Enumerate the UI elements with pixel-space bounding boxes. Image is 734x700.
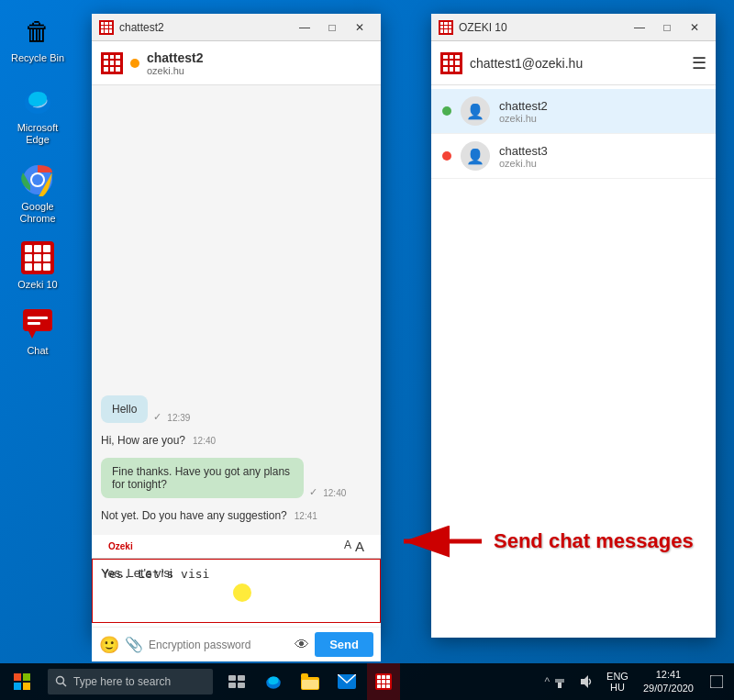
message-row: Hi, How are you? 12:40	[101, 430, 372, 450]
msg-check-icon: ✓	[153, 411, 161, 423]
ozeki10-window-title: OZEKI 10	[459, 21, 620, 34]
eye-icon[interactable]: 👁	[295, 637, 309, 653]
ozeki10-maximize[interactable]: □	[653, 14, 681, 41]
svg-rect-14	[23, 309, 52, 331]
svg-rect-7	[43, 245, 50, 252]
ozeki10-win-icon	[439, 20, 453, 35]
recycle-bin-icon[interactable]: 🗑 Recycle Bin	[6, 9, 70, 68]
svg-rect-8	[25, 254, 32, 261]
contact-item[interactable]: 👤 chattest3 ozeki.hu	[431, 134, 716, 179]
svg-rect-45	[558, 683, 562, 688]
desktop: 🗑 Recycle Bin Microsoft Edge	[0, 0, 734, 700]
start-button[interactable]	[0, 663, 44, 700]
ozeki10-titlebar: OZEKI 10 — □ ✕	[431, 14, 716, 41]
explorer-taskbar-icon[interactable]	[294, 663, 327, 700]
minimize-button[interactable]: —	[291, 14, 318, 41]
message-row: Fine thanks. Have you got any plans for …	[101, 458, 372, 498]
message-text: Hi, How are you?	[101, 430, 185, 450]
taskbar-tray: ^ ENG HU	[544, 663, 734, 700]
chat-label: Chat	[27, 345, 48, 357]
taskbar-search[interactable]: Type here to search	[48, 669, 213, 694]
chrome-label: Google Chrome	[9, 201, 66, 225]
task-view-button[interactable]	[220, 663, 253, 700]
svg-rect-44	[386, 684, 390, 688]
notification-button[interactable]	[703, 663, 730, 700]
contact-avatar: 👤	[461, 141, 490, 171]
maximize-button[interactable]: □	[318, 14, 346, 41]
svg-rect-22	[14, 683, 21, 690]
svg-rect-17	[28, 322, 40, 325]
svg-rect-48	[710, 675, 723, 688]
svg-rect-21	[23, 673, 30, 681]
mail-taskbar-icon[interactable]	[330, 663, 363, 700]
chrome-icon-desktop[interactable]: Google Chrome	[6, 158, 70, 228]
contact-sub: ozeki.hu	[499, 113, 705, 124]
svg-marker-15	[28, 331, 36, 339]
taskbar-clock[interactable]: 12:41 29/07/2020	[638, 668, 699, 696]
desktop-icons: 🗑 Recycle Bin Microsoft Edge	[6, 9, 70, 361]
chat-titlebar: chattest2 — □ ✕	[92, 14, 381, 41]
svg-rect-39	[377, 680, 381, 683]
contact-item[interactable]: 👤 chattest2 ozeki.hu	[431, 89, 716, 134]
edge-taskbar-icon[interactable]	[257, 663, 290, 700]
hamburger-menu-button[interactable]: ☰	[692, 53, 706, 73]
chat-app-header: chattest2 ozeki.hu	[92, 41, 381, 85]
svg-rect-29	[238, 683, 245, 688]
chat-contact-name: chattest2	[147, 50, 372, 65]
recycle-bin-label: Recycle Bin	[11, 52, 64, 64]
svg-rect-11	[25, 263, 32, 271]
emoji-button[interactable]: 🙂	[99, 635, 119, 655]
search-placeholder: Type here to search	[73, 675, 171, 688]
svg-rect-27	[238, 675, 245, 681]
message-bubble-sent: Fine thanks. Have you got any plans for …	[101, 458, 304, 498]
svg-rect-20	[14, 673, 21, 681]
network-icon[interactable]	[551, 663, 573, 700]
ozeki-taskbar-icon[interactable]	[367, 663, 400, 700]
ozeki-grid-icon	[101, 52, 123, 74]
svg-rect-6	[34, 245, 41, 252]
svg-rect-41	[386, 680, 390, 683]
red-arrow-icon	[395, 523, 486, 560]
contact-name: chattest3	[499, 144, 705, 158]
ozeki10-win-controls: — □ ✕	[626, 14, 708, 41]
svg-rect-33	[302, 680, 318, 689]
msg-time: 12:40	[193, 436, 216, 446]
chat-icon-desktop[interactable]: Chat	[6, 302, 70, 361]
svg-line-25	[63, 683, 67, 687]
ozeki10-close[interactable]: ✕	[681, 14, 708, 41]
contact-name: chattest2	[499, 99, 705, 113]
contact-list: 👤 chattest2 ozeki.hu 👤 chattest3 ozeki.h…	[431, 85, 716, 183]
svg-rect-32	[301, 673, 308, 679]
svg-marker-47	[581, 675, 588, 688]
attach-button[interactable]: 📎	[125, 636, 143, 653]
svg-rect-38	[386, 675, 390, 679]
ozeki10-app-header: chattest1@ozeki.hu ☰	[431, 41, 716, 85]
edge-icon-desktop[interactable]: Microsoft Edge	[6, 79, 70, 150]
message-input[interactable]	[92, 559, 381, 623]
message-row: Hello ✓ 12:39	[101, 395, 372, 423]
font-large[interactable]: A	[355, 539, 364, 554]
chat-contact-sub: ozeki.hu	[147, 65, 372, 76]
encryption-password-input[interactable]	[149, 639, 289, 651]
msg-time: 12:40	[323, 488, 346, 498]
send-button[interactable]: Send	[315, 632, 373, 657]
taskbar: Type here to search	[0, 663, 734, 700]
lang-display[interactable]: ENG HU	[601, 671, 634, 693]
font-small[interactable]: A	[344, 539, 351, 554]
close-button[interactable]: ✕	[346, 14, 373, 41]
svg-rect-28	[228, 683, 236, 688]
online-dot	[442, 106, 451, 116]
message-row: Not yet. Do you have any suggestion? 12:…	[101, 506, 372, 526]
ozeki10-icon-desktop[interactable]: Ozeki 10	[6, 236, 70, 294]
svg-rect-12	[34, 263, 41, 271]
ozeki10-header-title: chattest1@ozeki.hu	[470, 56, 684, 71]
volume-icon[interactable]	[575, 663, 597, 700]
ozeki10-minimize[interactable]: —	[626, 14, 653, 41]
contact-avatar: 👤	[461, 96, 490, 126]
message-text: Hello	[112, 403, 137, 416]
window-controls: — □ ✕	[291, 14, 373, 41]
tray-expand[interactable]: ^	[544, 675, 550, 688]
taskbar-app-icons	[220, 663, 400, 700]
svg-rect-42	[377, 684, 381, 688]
svg-rect-40	[382, 680, 385, 683]
